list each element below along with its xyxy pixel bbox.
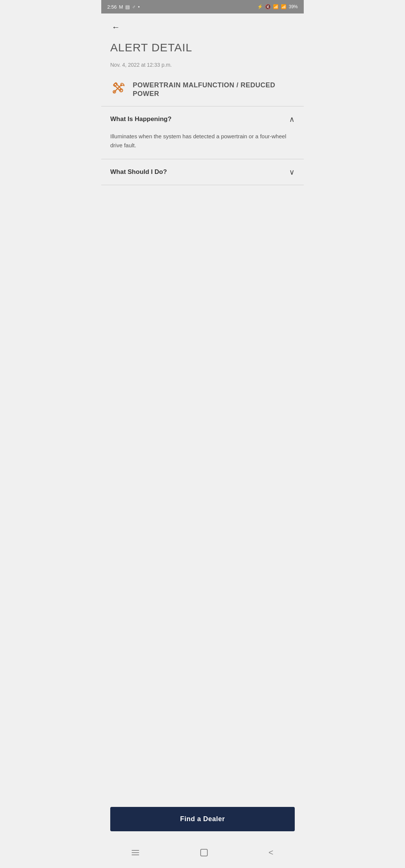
alert-icon-container — [110, 79, 127, 96]
accordion-2-header[interactable]: What Should I Do? ∨ — [101, 159, 304, 185]
wrench-icon — [111, 80, 126, 95]
status-bar-right: ⚡ 🔇 📶 📶 39% — [257, 4, 298, 9]
mute-icon: 🔇 — [265, 4, 271, 9]
accordion-1-label: What Is Happening? — [110, 115, 171, 123]
status-bar: 2:56 M ▤ ♂ • ⚡ 🔇 📶 📶 39% — [101, 0, 304, 13]
find-dealer-section: Find a Dealer — [101, 801, 304, 840]
notifications-icon: ▤ — [125, 4, 130, 10]
mail-icon: M — [119, 4, 123, 10]
svg-rect-1 — [113, 82, 117, 87]
status-bar-left: 2:56 M ▤ ♂ • — [107, 4, 140, 10]
back-button[interactable]: ← — [110, 21, 122, 34]
alert-title: POWERTRAIN MALFUNCTION / REDUCED POWER — [133, 79, 295, 99]
recents-icon — [132, 850, 139, 855]
content-spacer — [101, 185, 304, 801]
find-dealer-button[interactable]: Find a Dealer — [110, 807, 295, 831]
accordion-1-text: Illuminates when the system has detected… — [110, 132, 295, 150]
accordion-1-content: Illuminates when the system has detected… — [101, 132, 304, 159]
timestamp-section: Nov. 4, 2022 at 12:33 p.m. — [101, 61, 304, 76]
nav-bar: < — [101, 840, 304, 868]
back-arrow-icon: ← — [112, 22, 120, 32]
dot-icon: • — [138, 4, 140, 10]
nav-home-button[interactable] — [191, 846, 217, 859]
accordion-1-chevron-up-icon: ∧ — [289, 115, 295, 124]
accordion-what-should-i-do: What Should I Do? ∨ — [101, 159, 304, 185]
battery-percent: 39% — [289, 4, 298, 9]
nav-back-icon: < — [268, 848, 273, 858]
nav-back-button[interactable]: < — [260, 845, 282, 861]
alert-timestamp: Nov. 4, 2022 at 12:33 p.m. — [110, 62, 172, 68]
user-icon: ♂ — [132, 4, 136, 10]
accordion-what-is-happening: What Is Happening? ∧ Illuminates when th… — [101, 106, 304, 159]
accordion-2-chevron-down-icon: ∨ — [289, 168, 295, 177]
header: ← — [101, 13, 304, 37]
accordion-2-label: What Should I Do? — [110, 168, 167, 176]
wifi-icon: 📶 — [273, 4, 279, 9]
signal-icon: 📶 — [281, 4, 286, 9]
nav-recents-button[interactable] — [123, 847, 148, 858]
page-title-section: ALERT DETAIL — [101, 37, 304, 61]
status-time: 2:56 — [107, 4, 117, 10]
accordion-1-header[interactable]: What Is Happening? ∧ — [101, 106, 304, 132]
page-title: ALERT DETAIL — [110, 41, 295, 54]
bluetooth-icon: ⚡ — [257, 4, 263, 9]
main-content: ← ALERT DETAIL Nov. 4, 2022 at 12:33 p.m… — [101, 13, 304, 840]
alert-item: POWERTRAIN MALFUNCTION / REDUCED POWER — [101, 76, 304, 106]
home-icon — [200, 849, 208, 856]
